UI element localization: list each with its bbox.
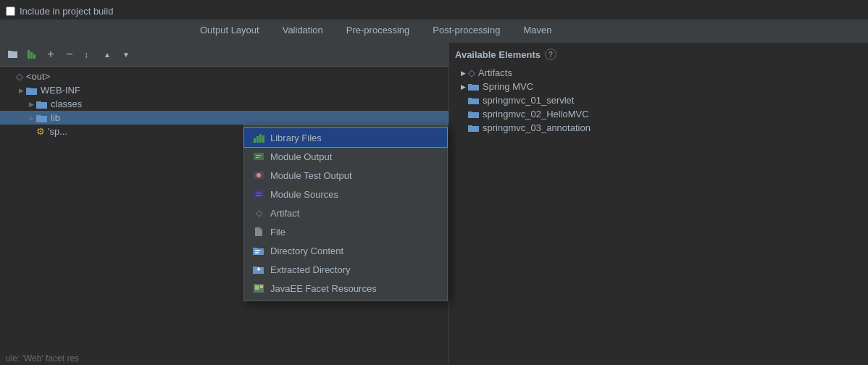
svg-rect-11 <box>260 285 263 288</box>
tab-preprocessing[interactable]: Pre-processing <box>335 20 421 42</box>
menu-label-directory-content: Directory Content <box>270 246 343 256</box>
tabs-bar: Output Layout Validation Pre-processing … <box>0 20 868 43</box>
svg-rect-5 <box>256 136 259 143</box>
module-test-output-icon <box>253 169 264 181</box>
menu-item-artifact[interactable]: ◇ Artifact <box>244 204 447 222</box>
available-elements-header: Available Elements ? <box>455 49 862 60</box>
svg-rect-0 <box>28 50 30 59</box>
diamond-icon: ◇ <box>16 71 23 82</box>
tree-item-web[interactable]: ▶ WEB-INF <box>0 83 448 97</box>
tree-arrow-lib: ▶ <box>26 114 36 122</box>
top-checkbox-area: Include in project build <box>0 0 868 20</box>
springmvc-03-label: springmvc_03_annotation <box>483 122 591 133</box>
tab-output-layout[interactable]: Output Layout <box>188 20 271 42</box>
add-btn[interactable]: + <box>42 46 59 63</box>
svg-rect-4 <box>254 138 256 143</box>
svg-text:↕: ↕ <box>84 50 88 59</box>
info-text: ule: 'Web' facet res <box>0 352 448 365</box>
content-area: + − ↕ ▲ ▼ ◇ <out> <box>0 43 868 365</box>
main-container: Include in project build Output Layout V… <box>0 0 868 365</box>
tree-label-sp: 'sp... <box>48 126 67 137</box>
tree-label-web: WEB-INF <box>41 85 80 96</box>
tree-arrow-classes: ▶ <box>26 101 36 108</box>
menu-label-library-files: Library Files <box>270 133 322 143</box>
folder-icon-springmvc-02 <box>468 110 480 119</box>
include-in-project-checkbox[interactable] <box>6 7 15 16</box>
include-in-project-label: Include in project build <box>20 6 113 17</box>
svg-rect-6 <box>259 134 262 143</box>
toolbar: + − ↕ ▲ ▼ <box>0 43 448 67</box>
menu-item-javaee-facet[interactable]: JavaEE Facet Resources <box>244 279 447 298</box>
menu-item-extracted-directory[interactable]: Extracted Directory <box>244 260 447 279</box>
menu-label-module-test-output: Module Test Output <box>270 170 352 181</box>
springmvc-01-label: springmvc_01_servlet <box>483 95 574 106</box>
tree-btn[interactable] <box>23 46 41 63</box>
svg-rect-1 <box>30 52 33 59</box>
right-panel: Available Elements ? ▶ ◇ Artifacts ▶ Spr… <box>449 43 868 365</box>
menu-item-module-test-output[interactable]: Module Test Output <box>244 166 447 185</box>
move-down-btn[interactable]: ▼ <box>117 46 135 63</box>
right-tree-item-artifacts[interactable]: ▶ ◇ Artifacts <box>455 66 862 80</box>
left-panel: + − ↕ ▲ ▼ ◇ <out> <box>0 43 449 365</box>
menu-label-file: File <box>270 227 285 238</box>
tree-label-lib: lib <box>51 112 60 123</box>
tab-maven[interactable]: Maven <box>512 20 563 42</box>
springmvc-02-label: springmvc_02_HelloMVC <box>483 109 589 119</box>
spring-mvc-arrow: ▶ <box>458 83 468 91</box>
menu-label-extracted-directory: Extracted Directory <box>270 264 351 275</box>
menu-label-artifact: Artifact <box>270 208 299 219</box>
right-tree-item-springmvc-03[interactable]: springmvc_03_annotation <box>455 121 862 135</box>
library-files-icon <box>253 132 264 143</box>
svg-point-8 <box>256 173 261 177</box>
artifacts-arrow: ▶ <box>458 70 468 77</box>
artifacts-icon: ◇ <box>468 67 475 78</box>
menu-item-library-files[interactable]: Library Files <box>244 128 447 147</box>
svg-rect-2 <box>33 54 36 59</box>
menu-item-file[interactable]: File <box>244 222 447 241</box>
folder-icon-lib <box>36 113 48 123</box>
module-sources-icon <box>253 188 264 200</box>
right-tree-item-springmvc-01[interactable]: springmvc_01_servlet <box>455 93 862 107</box>
menu-item-directory-content[interactable]: Directory Content <box>244 241 447 260</box>
menu-label-module-sources: Module Sources <box>270 189 338 200</box>
javaee-facet-icon <box>253 282 264 294</box>
tree-label-classes: classes <box>51 98 82 109</box>
move-up-btn[interactable]: ▲ <box>99 46 116 63</box>
tree-label-out: <out> <box>26 71 50 82</box>
tree-item-lib[interactable]: ▶ lib <box>0 111 448 125</box>
tree-arrow-web: ▶ <box>16 87 26 94</box>
svg-rect-7 <box>262 135 264 143</box>
directory-content-icon <box>253 245 264 256</box>
right-tree-item-springmvc-02[interactable]: springmvc_02_HelloMVC <box>455 107 862 121</box>
tree-item-out[interactable]: ◇ <out> <box>0 70 448 83</box>
file-icon <box>253 226 264 238</box>
available-elements-title: Available Elements <box>455 49 541 60</box>
folder-icon-classes <box>36 99 48 109</box>
tab-postprocessing[interactable]: Post-processing <box>421 20 512 42</box>
module-output-icon <box>253 151 264 162</box>
tree-item-classes[interactable]: ▶ classes <box>0 97 448 111</box>
sort-btn[interactable]: ↕ <box>80 46 97 63</box>
menu-label-module-output: Module Output <box>270 151 332 162</box>
right-tree-item-spring-mvc[interactable]: ▶ Spring MVC <box>455 80 862 93</box>
folder-icon-springmvc-01 <box>468 96 480 105</box>
tab-validation[interactable]: Validation <box>271 20 335 42</box>
remove-btn[interactable]: − <box>61 46 78 63</box>
gear-icon-sp: ⚙ <box>36 126 45 137</box>
folder-open-btn[interactable] <box>4 46 22 63</box>
extracted-directory-icon <box>253 264 264 275</box>
help-icon[interactable]: ? <box>545 49 556 60</box>
folder-icon-springmvc-03 <box>468 124 480 133</box>
menu-item-module-sources[interactable]: Module Sources <box>244 185 447 204</box>
artifacts-label: Artifacts <box>478 67 512 78</box>
folder-icon-spring-mvc <box>468 83 480 91</box>
folder-icon-web <box>26 85 38 96</box>
dropdown-menu: Library Files Module Output <box>243 125 448 301</box>
menu-item-module-output[interactable]: Module Output <box>244 147 447 166</box>
spring-mvc-label: Spring MVC <box>483 81 533 92</box>
svg-rect-10 <box>255 285 259 290</box>
artifact-icon: ◇ <box>253 207 264 219</box>
menu-label-javaee-facet: JavaEE Facet Resources <box>270 283 377 294</box>
